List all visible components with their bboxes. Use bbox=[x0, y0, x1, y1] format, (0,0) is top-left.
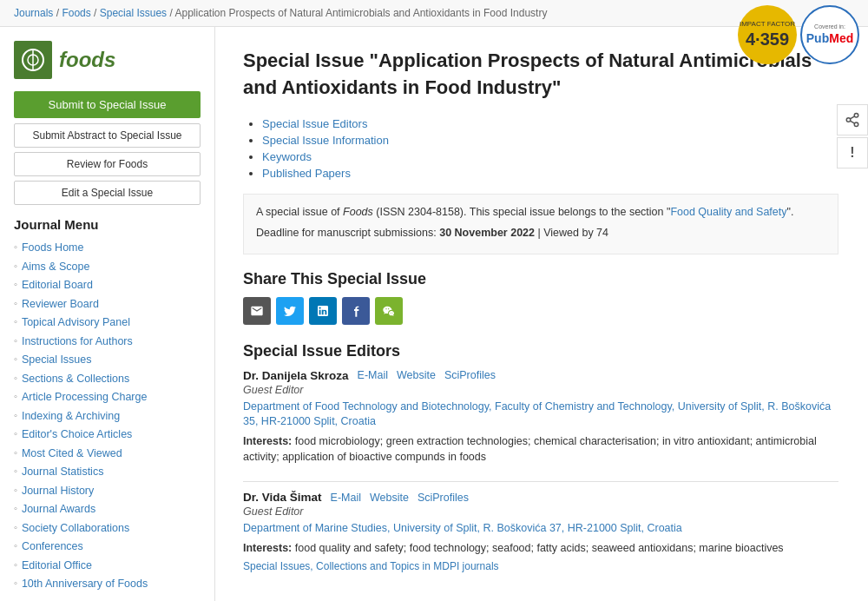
editor-1-email[interactable]: E-Mail bbox=[358, 369, 388, 381]
breadcrumb-current: Application Prospects of Natural Antimic… bbox=[174, 7, 547, 19]
pubmed-badge: Covered in: PubMed bbox=[800, 5, 859, 64]
sidebar-item-reviewer-board[interactable]: Reviewer Board bbox=[14, 295, 201, 314]
editor-1-interests: Interests: food microbiology; green extr… bbox=[243, 433, 838, 466]
logo-text: foods bbox=[59, 48, 115, 72]
edit-special-button[interactable]: Edit a Special Issue bbox=[14, 181, 201, 205]
share-linkedin-icon[interactable] bbox=[309, 297, 337, 325]
sidebar-item-editorial-office[interactable]: Editorial Office bbox=[14, 557, 201, 576]
share-icons bbox=[243, 297, 838, 325]
svg-point-0 bbox=[854, 114, 858, 118]
sidebar-item-sections[interactable]: Sections & Collections bbox=[14, 370, 201, 389]
sidebar-item-topical-advisory[interactable]: Topical Advisory Panel bbox=[14, 314, 201, 333]
toc-published-papers[interactable]: Published Papers bbox=[262, 167, 838, 180]
sidebar-item-conferences[interactable]: Conferences bbox=[14, 538, 201, 557]
submit-abstract-button[interactable]: Submit Abstract to Special Issue bbox=[14, 123, 201, 148]
editor-1-name: Dr. Danijela Skroza bbox=[243, 369, 349, 382]
sidebar-item-indexing[interactable]: Indexing & Archiving bbox=[14, 407, 201, 426]
svg-point-1 bbox=[846, 118, 851, 122]
editors-section-title: Special Issue Editors bbox=[243, 342, 838, 360]
breadcrumb-foods[interactable]: Foods bbox=[62, 7, 90, 19]
sidebar-item-journal-statistics[interactable]: Journal Statistics bbox=[14, 463, 201, 482]
top-badges: IMPACT FACTOR 4·359 Covered in: PubMed bbox=[729, 0, 868, 69]
info-box: A special issue of Foods (ISSN 2304-8158… bbox=[243, 194, 838, 254]
sidebar-item-anniversary[interactable]: 10th Anniversary of Foods bbox=[14, 575, 201, 594]
main-content: Special Issue "Application Prospects of … bbox=[215, 27, 866, 601]
sidebar-item-aims-scope[interactable]: Aims & Scope bbox=[14, 258, 201, 277]
share-twitter-icon[interactable] bbox=[276, 297, 304, 325]
editor-2-interests: Interests: food quality and safety; food… bbox=[243, 540, 838, 557]
editor-divider bbox=[243, 481, 838, 482]
editor-1-website[interactable]: Website bbox=[397, 369, 436, 381]
share-action-button[interactable] bbox=[837, 104, 868, 135]
svg-line-4 bbox=[850, 116, 854, 119]
sidebar-menu: Foods Home Aims & Scope Editorial Board … bbox=[14, 239, 201, 594]
editor-1-block: Dr. Danijela Skroza E-Mail Website SciPr… bbox=[243, 369, 838, 466]
svg-point-2 bbox=[854, 122, 858, 127]
editor-2-name-row: Dr. Vida Šimat E-Mail Website SciProfile… bbox=[243, 491, 838, 504]
editor-2-block: Dr. Vida Šimat E-Mail Website SciProfile… bbox=[243, 491, 838, 572]
pubmed-covered-label: Covered in: bbox=[814, 23, 845, 30]
toc-list: Special Issue Editors Special Issue Info… bbox=[243, 117, 838, 180]
alert-icon: ! bbox=[850, 145, 854, 161]
svg-line-3 bbox=[850, 121, 854, 123]
info-box-line1: A special issue of Foods (ISSN 2304-8158… bbox=[256, 203, 825, 221]
journal-menu-title: Journal Menu bbox=[14, 217, 201, 232]
share-facebook-icon[interactable] bbox=[342, 297, 370, 325]
share-section-title: Share This Special Issue bbox=[243, 270, 838, 288]
editor-2-interests-text: food quality and safety; food technology… bbox=[295, 542, 784, 554]
toc-keywords[interactable]: Keywords bbox=[262, 150, 838, 163]
editor-2-sciprofiles[interactable]: SciProfiles bbox=[418, 492, 469, 504]
logo-icon bbox=[14, 41, 52, 79]
sidebar-item-editorial-board[interactable]: Editorial Board bbox=[14, 276, 201, 295]
sidebar: foods Submit to Special Issue Submit Abs… bbox=[0, 27, 215, 601]
editor-1-sciprofiles[interactable]: SciProfiles bbox=[444, 369, 496, 381]
review-button[interactable]: Review for Foods bbox=[14, 152, 201, 176]
sidebar-item-foods-home[interactable]: Foods Home bbox=[14, 239, 201, 258]
breadcrumb-special-issues[interactable]: Special Issues bbox=[100, 7, 167, 19]
editor-2-special-issues-link[interactable]: Special Issues, Collections and Topics i… bbox=[243, 560, 499, 572]
editor-1-role: Guest Editor bbox=[243, 384, 838, 396]
sidebar-item-editors-choice[interactable]: Editor's Choice Articles bbox=[14, 426, 201, 445]
share-wechat-icon[interactable] bbox=[375, 297, 403, 325]
editor-2-name: Dr. Vida Šimat bbox=[243, 491, 322, 504]
impact-factor-badge: IMPACT FACTOR 4·359 bbox=[738, 5, 797, 64]
sidebar-item-journal-awards[interactable]: Journal Awards bbox=[14, 500, 201, 519]
sidebar-item-journal-history[interactable]: Journal History bbox=[14, 482, 201, 501]
breadcrumb-journals[interactable]: Journals bbox=[14, 7, 53, 19]
impact-factor-value: 4·359 bbox=[746, 29, 789, 50]
main-layout: foods Submit to Special Issue Submit Abs… bbox=[0, 27, 868, 601]
sidebar-item-society-collaborations[interactable]: Society Collaborations bbox=[14, 519, 201, 538]
toc-editors[interactable]: Special Issue Editors bbox=[262, 117, 838, 130]
sidebar-item-apc[interactable]: Article Processing Charge bbox=[14, 388, 201, 407]
journal-logo: foods bbox=[14, 41, 201, 79]
editor-1-interests-text: food microbiology; green extraction tech… bbox=[243, 435, 817, 464]
editor-2-website[interactable]: Website bbox=[370, 492, 409, 504]
share-email-icon[interactable] bbox=[243, 297, 271, 325]
alert-action-button[interactable]: ! bbox=[837, 137, 868, 168]
sidebar-item-special-issues[interactable]: Special Issues bbox=[14, 351, 201, 370]
info-box-line2: Deadline for manuscript submissions: 30 … bbox=[256, 224, 825, 241]
sidebar-item-instructions[interactable]: Instructions for Authors bbox=[14, 333, 201, 352]
impact-factor-label: IMPACT FACTOR bbox=[740, 20, 795, 29]
sidebar-item-most-cited[interactable]: Most Cited & Viewed bbox=[14, 445, 201, 464]
editor-2-email[interactable]: E-Mail bbox=[331, 492, 361, 504]
editor-2-role: Guest Editor bbox=[243, 505, 838, 518]
pubmed-text: PubMed bbox=[806, 30, 853, 46]
editor-1-name-row: Dr. Danijela Skroza E-Mail Website SciPr… bbox=[243, 369, 838, 382]
submit-special-issue-button[interactable]: Submit to Special Issue bbox=[14, 91, 201, 118]
editor-1-dept: Department of Food Technology and Biotec… bbox=[243, 400, 838, 430]
side-actions: ! bbox=[837, 104, 868, 168]
editor-2-dept: Department of Marine Studies, University… bbox=[243, 521, 838, 537]
toc-information[interactable]: Special Issue Information bbox=[262, 134, 838, 147]
